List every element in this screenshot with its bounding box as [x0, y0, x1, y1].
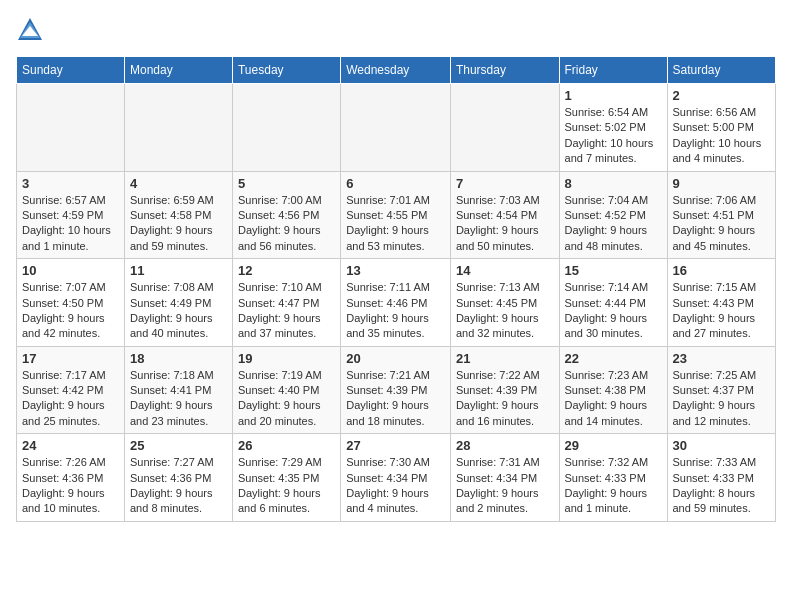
calendar-cell: 3Sunrise: 6:57 AM Sunset: 4:59 PM Daylig… — [17, 171, 125, 259]
calendar-cell: 22Sunrise: 7:23 AM Sunset: 4:38 PM Dayli… — [559, 346, 667, 434]
calendar-cell: 8Sunrise: 7:04 AM Sunset: 4:52 PM Daylig… — [559, 171, 667, 259]
calendar-cell: 24Sunrise: 7:26 AM Sunset: 4:36 PM Dayli… — [17, 434, 125, 522]
calendar-cell — [341, 84, 451, 172]
weekday-friday: Friday — [559, 57, 667, 84]
day-number: 2 — [673, 88, 771, 103]
day-info: Sunrise: 7:30 AM Sunset: 4:34 PM Dayligh… — [346, 455, 445, 517]
day-info: Sunrise: 7:15 AM Sunset: 4:43 PM Dayligh… — [673, 280, 771, 342]
day-number: 18 — [130, 351, 227, 366]
calendar-table: SundayMondayTuesdayWednesdayThursdayFrid… — [16, 56, 776, 522]
calendar-cell: 11Sunrise: 7:08 AM Sunset: 4:49 PM Dayli… — [124, 259, 232, 347]
weekday-tuesday: Tuesday — [232, 57, 340, 84]
day-info: Sunrise: 7:32 AM Sunset: 4:33 PM Dayligh… — [565, 455, 662, 517]
calendar-cell — [17, 84, 125, 172]
calendar-cell: 4Sunrise: 6:59 AM Sunset: 4:58 PM Daylig… — [124, 171, 232, 259]
calendar-cell: 9Sunrise: 7:06 AM Sunset: 4:51 PM Daylig… — [667, 171, 776, 259]
week-row-2: 3Sunrise: 6:57 AM Sunset: 4:59 PM Daylig… — [17, 171, 776, 259]
day-info: Sunrise: 6:56 AM Sunset: 5:00 PM Dayligh… — [673, 105, 771, 167]
calendar-cell: 7Sunrise: 7:03 AM Sunset: 4:54 PM Daylig… — [450, 171, 559, 259]
day-info: Sunrise: 7:04 AM Sunset: 4:52 PM Dayligh… — [565, 193, 662, 255]
weekday-monday: Monday — [124, 57, 232, 84]
weekday-sunday: Sunday — [17, 57, 125, 84]
day-number: 25 — [130, 438, 227, 453]
page-header — [16, 16, 776, 44]
weekday-saturday: Saturday — [667, 57, 776, 84]
week-row-1: 1Sunrise: 6:54 AM Sunset: 5:02 PM Daylig… — [17, 84, 776, 172]
day-info: Sunrise: 7:14 AM Sunset: 4:44 PM Dayligh… — [565, 280, 662, 342]
calendar-cell: 13Sunrise: 7:11 AM Sunset: 4:46 PM Dayli… — [341, 259, 451, 347]
day-info: Sunrise: 7:23 AM Sunset: 4:38 PM Dayligh… — [565, 368, 662, 430]
weekday-thursday: Thursday — [450, 57, 559, 84]
calendar-cell: 12Sunrise: 7:10 AM Sunset: 4:47 PM Dayli… — [232, 259, 340, 347]
logo — [16, 16, 46, 44]
day-info: Sunrise: 7:03 AM Sunset: 4:54 PM Dayligh… — [456, 193, 554, 255]
day-number: 1 — [565, 88, 662, 103]
calendar-cell: 25Sunrise: 7:27 AM Sunset: 4:36 PM Dayli… — [124, 434, 232, 522]
calendar-cell: 15Sunrise: 7:14 AM Sunset: 4:44 PM Dayli… — [559, 259, 667, 347]
calendar-cell: 14Sunrise: 7:13 AM Sunset: 4:45 PM Dayli… — [450, 259, 559, 347]
calendar-cell: 6Sunrise: 7:01 AM Sunset: 4:55 PM Daylig… — [341, 171, 451, 259]
calendar-cell: 26Sunrise: 7:29 AM Sunset: 4:35 PM Dayli… — [232, 434, 340, 522]
day-number: 14 — [456, 263, 554, 278]
weekday-header-row: SundayMondayTuesdayWednesdayThursdayFrid… — [17, 57, 776, 84]
day-number: 27 — [346, 438, 445, 453]
calendar-cell: 27Sunrise: 7:30 AM Sunset: 4:34 PM Dayli… — [341, 434, 451, 522]
week-row-4: 17Sunrise: 7:17 AM Sunset: 4:42 PM Dayli… — [17, 346, 776, 434]
day-number: 17 — [22, 351, 119, 366]
day-info: Sunrise: 7:00 AM Sunset: 4:56 PM Dayligh… — [238, 193, 335, 255]
calendar-cell: 1Sunrise: 6:54 AM Sunset: 5:02 PM Daylig… — [559, 84, 667, 172]
day-info: Sunrise: 6:57 AM Sunset: 4:59 PM Dayligh… — [22, 193, 119, 255]
calendar-cell — [124, 84, 232, 172]
day-number: 28 — [456, 438, 554, 453]
calendar-cell: 29Sunrise: 7:32 AM Sunset: 4:33 PM Dayli… — [559, 434, 667, 522]
day-info: Sunrise: 7:31 AM Sunset: 4:34 PM Dayligh… — [456, 455, 554, 517]
day-number: 7 — [456, 176, 554, 191]
day-info: Sunrise: 7:07 AM Sunset: 4:50 PM Dayligh… — [22, 280, 119, 342]
day-number: 21 — [456, 351, 554, 366]
day-info: Sunrise: 7:01 AM Sunset: 4:55 PM Dayligh… — [346, 193, 445, 255]
week-row-3: 10Sunrise: 7:07 AM Sunset: 4:50 PM Dayli… — [17, 259, 776, 347]
day-number: 22 — [565, 351, 662, 366]
day-info: Sunrise: 7:27 AM Sunset: 4:36 PM Dayligh… — [130, 455, 227, 517]
day-info: Sunrise: 7:06 AM Sunset: 4:51 PM Dayligh… — [673, 193, 771, 255]
day-info: Sunrise: 6:54 AM Sunset: 5:02 PM Dayligh… — [565, 105, 662, 167]
day-number: 4 — [130, 176, 227, 191]
day-info: Sunrise: 7:08 AM Sunset: 4:49 PM Dayligh… — [130, 280, 227, 342]
day-info: Sunrise: 7:26 AM Sunset: 4:36 PM Dayligh… — [22, 455, 119, 517]
calendar-cell: 19Sunrise: 7:19 AM Sunset: 4:40 PM Dayli… — [232, 346, 340, 434]
day-info: Sunrise: 7:10 AM Sunset: 4:47 PM Dayligh… — [238, 280, 335, 342]
day-number: 9 — [673, 176, 771, 191]
day-number: 10 — [22, 263, 119, 278]
day-info: Sunrise: 7:25 AM Sunset: 4:37 PM Dayligh… — [673, 368, 771, 430]
calendar-cell: 21Sunrise: 7:22 AM Sunset: 4:39 PM Dayli… — [450, 346, 559, 434]
day-info: Sunrise: 7:19 AM Sunset: 4:40 PM Dayligh… — [238, 368, 335, 430]
calendar-cell: 30Sunrise: 7:33 AM Sunset: 4:33 PM Dayli… — [667, 434, 776, 522]
calendar-cell — [450, 84, 559, 172]
day-number: 19 — [238, 351, 335, 366]
calendar-cell — [232, 84, 340, 172]
day-number: 23 — [673, 351, 771, 366]
logo-icon — [16, 16, 44, 44]
day-number: 20 — [346, 351, 445, 366]
calendar-cell: 2Sunrise: 6:56 AM Sunset: 5:00 PM Daylig… — [667, 84, 776, 172]
calendar-cell: 16Sunrise: 7:15 AM Sunset: 4:43 PM Dayli… — [667, 259, 776, 347]
day-info: Sunrise: 7:33 AM Sunset: 4:33 PM Dayligh… — [673, 455, 771, 517]
calendar-body: 1Sunrise: 6:54 AM Sunset: 5:02 PM Daylig… — [17, 84, 776, 522]
weekday-wednesday: Wednesday — [341, 57, 451, 84]
day-number: 11 — [130, 263, 227, 278]
day-number: 12 — [238, 263, 335, 278]
day-number: 6 — [346, 176, 445, 191]
calendar-cell: 10Sunrise: 7:07 AM Sunset: 4:50 PM Dayli… — [17, 259, 125, 347]
day-info: Sunrise: 7:17 AM Sunset: 4:42 PM Dayligh… — [22, 368, 119, 430]
day-info: Sunrise: 7:18 AM Sunset: 4:41 PM Dayligh… — [130, 368, 227, 430]
day-info: Sunrise: 7:13 AM Sunset: 4:45 PM Dayligh… — [456, 280, 554, 342]
calendar-cell: 23Sunrise: 7:25 AM Sunset: 4:37 PM Dayli… — [667, 346, 776, 434]
calendar-cell: 28Sunrise: 7:31 AM Sunset: 4:34 PM Dayli… — [450, 434, 559, 522]
day-number: 15 — [565, 263, 662, 278]
week-row-5: 24Sunrise: 7:26 AM Sunset: 4:36 PM Dayli… — [17, 434, 776, 522]
day-info: Sunrise: 7:21 AM Sunset: 4:39 PM Dayligh… — [346, 368, 445, 430]
day-number: 26 — [238, 438, 335, 453]
day-number: 16 — [673, 263, 771, 278]
day-number: 8 — [565, 176, 662, 191]
day-info: Sunrise: 6:59 AM Sunset: 4:58 PM Dayligh… — [130, 193, 227, 255]
